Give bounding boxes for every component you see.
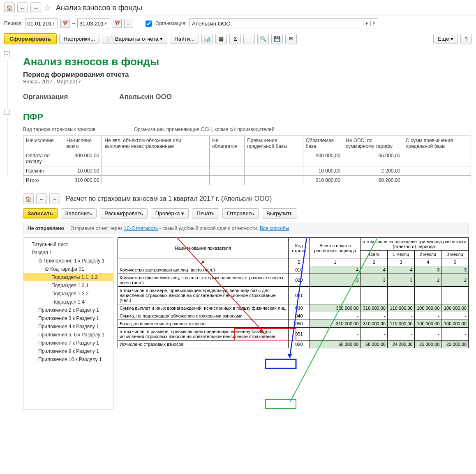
svg-marker-7 xyxy=(287,354,292,359)
org-dropdown-icon[interactable]: ▾ xyxy=(363,21,370,26)
chart-icon[interactable]: 📊 xyxy=(201,34,213,44)
org-clear-icon[interactable]: × xyxy=(370,21,378,26)
star-icon[interactable]: ☆ xyxy=(44,3,51,13)
outline-collapse-2[interactable]: − xyxy=(4,109,10,115)
calendar-from-icon[interactable]: 📅 xyxy=(60,19,69,28)
tree-item[interactable]: Приложение 3 к Разделу 1 xyxy=(23,314,113,322)
svg-rect-8 xyxy=(266,359,296,368)
accrual-table: Начисление Начислено всего Не явл. объек… xyxy=(23,136,471,185)
col-ops: На ОПС, по суммарному тарифу xyxy=(343,136,403,151)
report-area: − − Анализ взносов в фонды Период формир… xyxy=(0,47,476,189)
tree-item[interactable]: Подраздел 1.4 xyxy=(23,298,113,306)
calendar-to-icon[interactable]: 📅 xyxy=(113,19,122,28)
tree-item[interactable]: Приложение 2 к Разделу 1 xyxy=(23,306,113,314)
section-tree[interactable]: Титульный лист Раздел 1 ⊖ Приложение 1 к… xyxy=(23,237,113,410)
table-icon[interactable]: ▦ xyxy=(215,34,227,44)
check-button[interactable]: Проверка ▾ xyxy=(151,208,189,219)
period-picker-button[interactable]: ... xyxy=(124,19,133,28)
page-title: Анализ взносов в фонды xyxy=(56,4,142,12)
dash: – xyxy=(72,21,75,26)
svg-rect-10 xyxy=(266,400,296,409)
tree-item[interactable]: Подраздел 1.3.1 xyxy=(23,281,113,290)
tree-item[interactable]: Раздел 1 xyxy=(23,249,113,257)
forward2-icon[interactable]: → xyxy=(49,193,60,204)
decode-button[interactable]: Расшифровать xyxy=(100,208,148,219)
hdr-group: в том числе за последние три месяца расч… xyxy=(360,238,469,251)
tree-item[interactable]: Подраздел 1.3.2 xyxy=(23,290,113,298)
org-input[interactable] xyxy=(189,21,363,27)
table-row: Оплата по окладу300 000,00300 000,0066 0… xyxy=(23,151,471,166)
help-icon[interactable]: ? xyxy=(460,34,472,44)
send-button[interactable]: Отправить xyxy=(222,208,259,219)
tree-item[interactable]: Приложения 5, 6 к Разделу 1 xyxy=(23,331,113,339)
col-total: Начислено всего xyxy=(64,136,102,151)
table-row: в том числе в размере, превышающем преде… xyxy=(118,287,469,304)
tree-item[interactable]: Приложение 9 к Разделу 1 xyxy=(23,347,113,355)
table-row-total: Итого310 000,00310 000,0068 200,00 xyxy=(23,176,471,185)
table-row: Количество застрахованных лиц, всего (че… xyxy=(118,266,469,274)
report-title: Анализ взносов в фонды xyxy=(23,55,469,68)
table-row: База для исчисления страховых взносов050… xyxy=(118,320,469,328)
tree-item[interactable]: Приложение 4 к Разделу 1 xyxy=(23,322,113,331)
status-bar: Не отправлено Отправьте отчет через 1С-О… xyxy=(23,223,469,234)
save-button[interactable]: Записать xyxy=(23,208,58,219)
period-from-input[interactable] xyxy=(25,18,58,28)
calc-title: Расчет по страховым взносам за 1 квартал… xyxy=(66,195,272,202)
link-all[interactable]: Все способы xyxy=(260,225,289,231)
tree-item[interactable]: Приложение 7 к Разделу 1 xyxy=(23,339,113,347)
unload-button[interactable]: Выгрузить xyxy=(262,208,297,219)
link-1c[interactable]: 1С-Отчетность xyxy=(124,225,158,231)
tree-item[interactable]: Титульный лист xyxy=(23,240,113,249)
home2-icon[interactable]: 🏠 xyxy=(23,193,34,204)
col-excess: Превышение предельной базы xyxy=(245,136,303,151)
pfr-head: ПФР xyxy=(23,112,469,122)
table-row: Премия10 000,0010 000,002 200,00 xyxy=(23,166,471,176)
print-button[interactable]: Печать xyxy=(192,208,219,219)
save-icon[interactable]: 💾 xyxy=(271,34,283,44)
settings-button[interactable]: Настройки... xyxy=(59,34,99,44)
col-accrual: Начисление xyxy=(23,136,64,151)
tree-item[interactable]: ⊖ Приложение 1 к Разделу 1 xyxy=(23,257,113,265)
period-to-input[interactable] xyxy=(77,18,110,28)
col-sumexcess: С сумм превышения предельной базы xyxy=(403,136,471,151)
forward-icon[interactable]: → xyxy=(30,2,41,13)
blank-icon[interactable] xyxy=(243,34,255,44)
org-checkbox[interactable] xyxy=(146,21,152,27)
sigma-icon[interactable]: Σ xyxy=(229,34,241,44)
period-head: Период формирования отчета xyxy=(23,71,469,79)
org-head-value: Апельсин ООО xyxy=(119,93,172,101)
col-notaxed: Не облагается xyxy=(210,136,245,151)
more-button[interactable]: Еще ▾ xyxy=(433,34,458,44)
table-row: Сумма выплат и иных вознаграждений, исчи… xyxy=(118,304,469,312)
calc-table: Наименование показателя Код строки Всего… xyxy=(118,237,469,348)
tree-item-selected[interactable]: Подразделы 1.1, 1.2 xyxy=(23,273,113,281)
hdr-total: Всего с начала расчетного периода xyxy=(310,238,360,258)
tree-item[interactable]: ⊖ Код тарифа 01 xyxy=(23,265,113,273)
hdr-name: Наименование показателя xyxy=(118,238,289,258)
variants-button[interactable]: 📄 Варианты отчета ▾ xyxy=(102,34,167,44)
hdr-code: Код строки xyxy=(288,238,310,258)
tree-item[interactable]: Приложение 10 к Разделу 1 xyxy=(23,355,113,364)
col-notobj: Не явл. объектом обложения или выплачено… xyxy=(102,136,210,151)
outline-collapse-1[interactable]: − xyxy=(4,51,10,57)
org-head-label: Организация xyxy=(23,93,68,101)
form-button[interactable]: Сформировать xyxy=(4,33,57,44)
table-row: в том числе: в размере, превышающем пред… xyxy=(118,328,469,341)
table-row: Исчислено страховых взносов06068 200,006… xyxy=(118,341,469,348)
period-label: Период: xyxy=(4,21,23,26)
find-button[interactable]: Найти... xyxy=(170,34,199,44)
home-icon[interactable]: 🏠 xyxy=(4,2,15,13)
table-row: Сумма, не подлежащая обложению страховым… xyxy=(118,312,469,320)
period-text: Январь 2017 - Март 2017 xyxy=(23,79,469,85)
back-icon[interactable]: ← xyxy=(17,2,28,13)
org-label: Организация: xyxy=(155,21,187,26)
tariff-value: Организации, применяющие ОСН, кроме с/х … xyxy=(134,127,275,132)
col-base: Облагаемая база xyxy=(303,136,343,151)
table-row: Количество физических лиц, с выплат кото… xyxy=(118,274,469,287)
mail-icon[interactable]: ✉ xyxy=(285,34,297,44)
back2-icon[interactable]: ← xyxy=(36,193,47,204)
tariff-label: Вид тарифа страховых взносов xyxy=(23,127,95,132)
fill-button[interactable]: Заполнить xyxy=(61,208,97,219)
preview-icon[interactable]: 🔍 xyxy=(257,34,269,44)
status-text: Не отправлено xyxy=(28,225,64,231)
